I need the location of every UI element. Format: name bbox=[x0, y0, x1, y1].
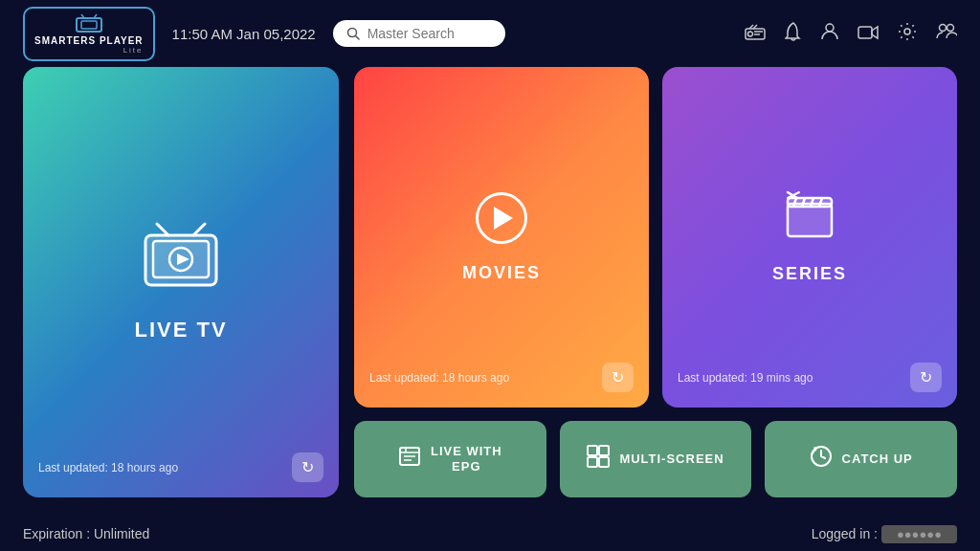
series-label: SERIES bbox=[772, 264, 847, 284]
header: SMARTERS PLAYER Lite 11:50 AM Jan 05,202… bbox=[0, 0, 980, 67]
movies-tile[interactable]: MOVIES Last updated: 18 hours ago ↻ bbox=[354, 67, 649, 408]
live-tv-tile[interactable]: LIVE TV Last updated: 18 hours ago ↻ bbox=[23, 67, 339, 497]
live-with-epg-tile[interactable]: LIVE WITHEPG bbox=[354, 421, 546, 497]
search-icon bbox=[346, 27, 360, 40]
series-refresh-button[interactable]: ↻ bbox=[910, 363, 942, 392]
svg-rect-0 bbox=[77, 18, 101, 32]
svg-rect-38 bbox=[588, 457, 597, 467]
logo-text-main: SMARTERS PLAYER bbox=[34, 35, 144, 46]
svg-point-15 bbox=[940, 24, 947, 31]
svg-point-12 bbox=[826, 24, 834, 32]
bottom-row: LIVE WITHEPG MULTI-SCREEN bbox=[354, 421, 957, 497]
logo: SMARTERS PLAYER Lite bbox=[23, 7, 155, 61]
svg-rect-23 bbox=[788, 204, 832, 236]
refresh-icon: ↻ bbox=[301, 458, 314, 476]
svg-point-7 bbox=[748, 32, 753, 36]
record-icon[interactable] bbox=[858, 23, 879, 45]
movies-refresh-button[interactable]: ↻ bbox=[602, 363, 634, 392]
search-input[interactable] bbox=[368, 26, 482, 41]
top-row: MOVIES Last updated: 18 hours ago ↻ bbox=[354, 67, 957, 408]
logged-in-text: Logged in : ●●●●●● bbox=[812, 526, 957, 541]
epg-icon bbox=[398, 445, 421, 474]
play-triangle bbox=[494, 207, 513, 230]
svg-line-5 bbox=[355, 36, 359, 40]
settings-icon[interactable] bbox=[898, 22, 917, 46]
catch-up-tile[interactable]: CATCH UP bbox=[765, 421, 957, 497]
expiration-text: Expiration : Unlimited bbox=[23, 526, 149, 541]
live-with-epg-label: LIVE WITHEPG bbox=[431, 444, 502, 474]
logged-in-label: Logged in : bbox=[812, 526, 878, 541]
svg-point-16 bbox=[947, 24, 954, 31]
logo-tv-icon bbox=[75, 13, 103, 35]
multi-screen-label: MULTI-SCREEN bbox=[619, 452, 724, 467]
user-icon[interactable] bbox=[821, 22, 838, 46]
live-tv-refresh-button[interactable]: ↻ bbox=[292, 452, 323, 482]
datetime: 11:50 AM Jan 05,2022 bbox=[172, 26, 316, 42]
logged-in-value: ●●●●●● bbox=[881, 525, 957, 543]
movies-footer: Last updated: 18 hours ago ↻ bbox=[369, 363, 634, 392]
refresh-icon: ↻ bbox=[920, 368, 932, 386]
refresh-icon: ↻ bbox=[612, 368, 624, 386]
logo-text-sub: Lite bbox=[123, 46, 144, 55]
svg-rect-1 bbox=[81, 21, 97, 29]
svg-rect-39 bbox=[599, 457, 609, 467]
search-bar[interactable] bbox=[333, 20, 505, 47]
multi-screen-icon bbox=[587, 445, 610, 474]
live-tv-footer: Last updated: 18 hours ago ↻ bbox=[38, 452, 323, 482]
multi-screen-tile[interactable]: MULTI-SCREEN bbox=[560, 421, 752, 497]
catch-up-label: CATCH UP bbox=[842, 452, 913, 467]
bell-icon[interactable] bbox=[785, 22, 802, 46]
svg-point-14 bbox=[904, 29, 910, 34]
series-clap-icon bbox=[784, 190, 835, 245]
svg-line-18 bbox=[193, 224, 205, 235]
movies-last-updated: Last updated: 18 hours ago bbox=[369, 371, 509, 385]
right-column: MOVIES Last updated: 18 hours ago ↻ bbox=[354, 67, 957, 497]
live-tv-label: LIVE TV bbox=[134, 318, 227, 342]
live-tv-icon-wrapper bbox=[138, 222, 224, 298]
svg-rect-36 bbox=[588, 446, 597, 455]
svg-line-17 bbox=[157, 224, 168, 235]
header-icons bbox=[745, 22, 957, 46]
main-content: LIVE TV Last updated: 18 hours ago ↻ MOV… bbox=[0, 67, 980, 513]
movies-label: MOVIES bbox=[462, 263, 541, 283]
movies-play-icon bbox=[476, 192, 527, 244]
profile-switch-icon[interactable] bbox=[936, 22, 957, 46]
svg-rect-13 bbox=[858, 27, 872, 38]
svg-rect-37 bbox=[599, 446, 609, 455]
catch-up-icon bbox=[810, 445, 833, 474]
series-footer: Last updated: 19 mins ago ↻ bbox=[678, 363, 942, 392]
series-tile[interactable]: SERIES Last updated: 19 mins ago ↻ bbox=[662, 67, 957, 408]
expiration-label: Expiration : bbox=[23, 526, 90, 541]
series-last-updated: Last updated: 19 mins ago bbox=[678, 371, 813, 385]
live-tv-last-updated: Last updated: 18 hours ago bbox=[38, 461, 178, 474]
footer: Expiration : Unlimited Logged in : ●●●●●… bbox=[23, 526, 957, 541]
radio-icon[interactable] bbox=[745, 23, 766, 45]
expiration-value: Unlimited bbox=[94, 526, 149, 541]
